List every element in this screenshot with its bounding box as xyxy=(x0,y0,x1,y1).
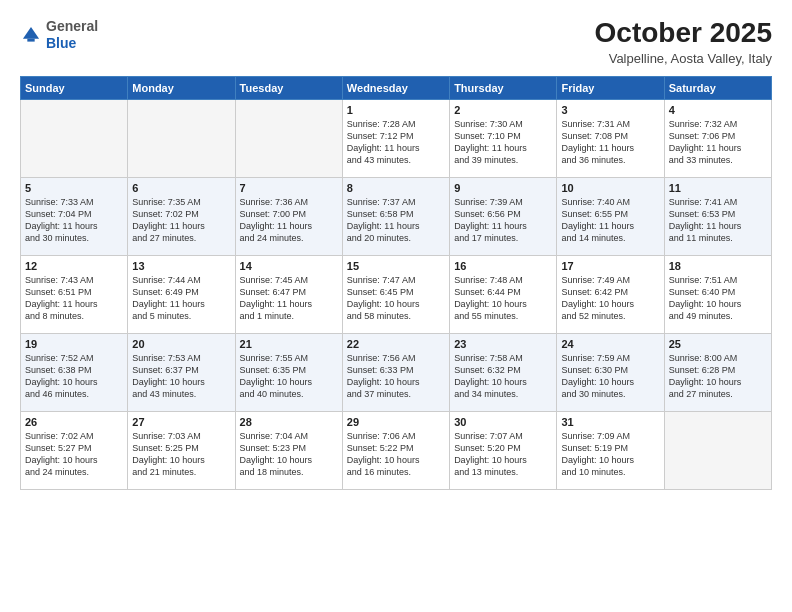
day-number: 4 xyxy=(669,104,767,116)
day-number: 24 xyxy=(561,338,659,350)
day-info: Sunrise: 7:47 AM Sunset: 6:45 PM Dayligh… xyxy=(347,274,445,323)
header: General Blue October 2025 Valpelline, Ao… xyxy=(20,18,772,66)
calendar-day-cell: 25Sunrise: 8:00 AM Sunset: 6:28 PM Dayli… xyxy=(664,333,771,411)
calendar-day-cell: 13Sunrise: 7:44 AM Sunset: 6:49 PM Dayli… xyxy=(128,255,235,333)
day-info: Sunrise: 7:40 AM Sunset: 6:55 PM Dayligh… xyxy=(561,196,659,245)
day-info: Sunrise: 7:56 AM Sunset: 6:33 PM Dayligh… xyxy=(347,352,445,401)
calendar-day-cell: 6Sunrise: 7:35 AM Sunset: 7:02 PM Daylig… xyxy=(128,177,235,255)
weekday-header: Monday xyxy=(128,76,235,99)
day-info: Sunrise: 7:07 AM Sunset: 5:20 PM Dayligh… xyxy=(454,430,552,479)
day-number: 21 xyxy=(240,338,338,350)
day-info: Sunrise: 7:59 AM Sunset: 6:30 PM Dayligh… xyxy=(561,352,659,401)
calendar-day-cell: 18Sunrise: 7:51 AM Sunset: 6:40 PM Dayli… xyxy=(664,255,771,333)
calendar-day-cell: 4Sunrise: 7:32 AM Sunset: 7:06 PM Daylig… xyxy=(664,99,771,177)
title-block: October 2025 Valpelline, Aosta Valley, I… xyxy=(595,18,772,66)
day-number: 1 xyxy=(347,104,445,116)
day-number: 15 xyxy=(347,260,445,272)
calendar-week-row: 5Sunrise: 7:33 AM Sunset: 7:04 PM Daylig… xyxy=(21,177,772,255)
day-number: 23 xyxy=(454,338,552,350)
calendar-week-row: 26Sunrise: 7:02 AM Sunset: 5:27 PM Dayli… xyxy=(21,411,772,489)
calendar-day-cell: 23Sunrise: 7:58 AM Sunset: 6:32 PM Dayli… xyxy=(450,333,557,411)
day-number: 11 xyxy=(669,182,767,194)
logo-blue: Blue xyxy=(46,35,76,51)
day-info: Sunrise: 7:51 AM Sunset: 6:40 PM Dayligh… xyxy=(669,274,767,323)
calendar-day-cell: 16Sunrise: 7:48 AM Sunset: 6:44 PM Dayli… xyxy=(450,255,557,333)
calendar-day-cell: 1Sunrise: 7:28 AM Sunset: 7:12 PM Daylig… xyxy=(342,99,449,177)
day-info: Sunrise: 7:48 AM Sunset: 6:44 PM Dayligh… xyxy=(454,274,552,323)
day-number: 10 xyxy=(561,182,659,194)
day-number: 31 xyxy=(561,416,659,428)
calendar-day-cell: 17Sunrise: 7:49 AM Sunset: 6:42 PM Dayli… xyxy=(557,255,664,333)
weekday-header: Wednesday xyxy=(342,76,449,99)
day-number: 14 xyxy=(240,260,338,272)
day-number: 5 xyxy=(25,182,123,194)
day-info: Sunrise: 7:03 AM Sunset: 5:25 PM Dayligh… xyxy=(132,430,230,479)
day-info: Sunrise: 7:09 AM Sunset: 5:19 PM Dayligh… xyxy=(561,430,659,479)
day-info: Sunrise: 7:55 AM Sunset: 6:35 PM Dayligh… xyxy=(240,352,338,401)
calendar-day-cell: 2Sunrise: 7:30 AM Sunset: 7:10 PM Daylig… xyxy=(450,99,557,177)
calendar-table: SundayMondayTuesdayWednesdayThursdayFrid… xyxy=(20,76,772,490)
calendar-day-cell: 22Sunrise: 7:56 AM Sunset: 6:33 PM Dayli… xyxy=(342,333,449,411)
calendar-day-cell: 9Sunrise: 7:39 AM Sunset: 6:56 PM Daylig… xyxy=(450,177,557,255)
day-number: 18 xyxy=(669,260,767,272)
calendar-day-cell: 27Sunrise: 7:03 AM Sunset: 5:25 PM Dayli… xyxy=(128,411,235,489)
day-number: 16 xyxy=(454,260,552,272)
calendar-week-row: 19Sunrise: 7:52 AM Sunset: 6:38 PM Dayli… xyxy=(21,333,772,411)
day-info: Sunrise: 7:30 AM Sunset: 7:10 PM Dayligh… xyxy=(454,118,552,167)
day-info: Sunrise: 7:49 AM Sunset: 6:42 PM Dayligh… xyxy=(561,274,659,323)
calendar-day-cell: 19Sunrise: 7:52 AM Sunset: 6:38 PM Dayli… xyxy=(21,333,128,411)
day-number: 7 xyxy=(240,182,338,194)
day-info: Sunrise: 7:41 AM Sunset: 6:53 PM Dayligh… xyxy=(669,196,767,245)
day-number: 3 xyxy=(561,104,659,116)
calendar-day-cell xyxy=(21,99,128,177)
day-number: 19 xyxy=(25,338,123,350)
calendar-subtitle: Valpelline, Aosta Valley, Italy xyxy=(595,51,772,66)
svg-marker-0 xyxy=(23,27,39,39)
calendar-week-row: 12Sunrise: 7:43 AM Sunset: 6:51 PM Dayli… xyxy=(21,255,772,333)
calendar-day-cell: 12Sunrise: 7:43 AM Sunset: 6:51 PM Dayli… xyxy=(21,255,128,333)
day-info: Sunrise: 7:04 AM Sunset: 5:23 PM Dayligh… xyxy=(240,430,338,479)
day-number: 25 xyxy=(669,338,767,350)
calendar-day-cell: 30Sunrise: 7:07 AM Sunset: 5:20 PM Dayli… xyxy=(450,411,557,489)
calendar-day-cell: 3Sunrise: 7:31 AM Sunset: 7:08 PM Daylig… xyxy=(557,99,664,177)
calendar-day-cell: 15Sunrise: 7:47 AM Sunset: 6:45 PM Dayli… xyxy=(342,255,449,333)
calendar-header-row: SundayMondayTuesdayWednesdayThursdayFrid… xyxy=(21,76,772,99)
day-info: Sunrise: 7:32 AM Sunset: 7:06 PM Dayligh… xyxy=(669,118,767,167)
calendar-day-cell: 8Sunrise: 7:37 AM Sunset: 6:58 PM Daylig… xyxy=(342,177,449,255)
logo-general: General xyxy=(46,18,98,34)
weekday-header: Thursday xyxy=(450,76,557,99)
day-info: Sunrise: 7:44 AM Sunset: 6:49 PM Dayligh… xyxy=(132,274,230,323)
day-info: Sunrise: 7:02 AM Sunset: 5:27 PM Dayligh… xyxy=(25,430,123,479)
svg-rect-1 xyxy=(27,38,34,41)
calendar-day-cell: 29Sunrise: 7:06 AM Sunset: 5:22 PM Dayli… xyxy=(342,411,449,489)
day-number: 6 xyxy=(132,182,230,194)
logo: General Blue xyxy=(20,18,98,52)
page: General Blue October 2025 Valpelline, Ao… xyxy=(0,0,792,612)
calendar-day-cell: 7Sunrise: 7:36 AM Sunset: 7:00 PM Daylig… xyxy=(235,177,342,255)
calendar-day-cell: 10Sunrise: 7:40 AM Sunset: 6:55 PM Dayli… xyxy=(557,177,664,255)
weekday-header: Sunday xyxy=(21,76,128,99)
day-number: 2 xyxy=(454,104,552,116)
day-info: Sunrise: 7:33 AM Sunset: 7:04 PM Dayligh… xyxy=(25,196,123,245)
day-number: 9 xyxy=(454,182,552,194)
day-number: 13 xyxy=(132,260,230,272)
calendar-day-cell: 24Sunrise: 7:59 AM Sunset: 6:30 PM Dayli… xyxy=(557,333,664,411)
logo-icon xyxy=(20,24,42,46)
day-info: Sunrise: 8:00 AM Sunset: 6:28 PM Dayligh… xyxy=(669,352,767,401)
logo-text: General Blue xyxy=(46,18,98,52)
weekday-header: Friday xyxy=(557,76,664,99)
day-number: 29 xyxy=(347,416,445,428)
day-info: Sunrise: 7:28 AM Sunset: 7:12 PM Dayligh… xyxy=(347,118,445,167)
calendar-day-cell: 11Sunrise: 7:41 AM Sunset: 6:53 PM Dayli… xyxy=(664,177,771,255)
day-info: Sunrise: 7:35 AM Sunset: 7:02 PM Dayligh… xyxy=(132,196,230,245)
weekday-header: Saturday xyxy=(664,76,771,99)
day-info: Sunrise: 7:39 AM Sunset: 6:56 PM Dayligh… xyxy=(454,196,552,245)
calendar-week-row: 1Sunrise: 7:28 AM Sunset: 7:12 PM Daylig… xyxy=(21,99,772,177)
day-info: Sunrise: 7:43 AM Sunset: 6:51 PM Dayligh… xyxy=(25,274,123,323)
calendar-day-cell: 31Sunrise: 7:09 AM Sunset: 5:19 PM Dayli… xyxy=(557,411,664,489)
calendar-day-cell: 14Sunrise: 7:45 AM Sunset: 6:47 PM Dayli… xyxy=(235,255,342,333)
day-number: 30 xyxy=(454,416,552,428)
calendar-day-cell: 26Sunrise: 7:02 AM Sunset: 5:27 PM Dayli… xyxy=(21,411,128,489)
day-info: Sunrise: 7:37 AM Sunset: 6:58 PM Dayligh… xyxy=(347,196,445,245)
calendar-day-cell xyxy=(128,99,235,177)
